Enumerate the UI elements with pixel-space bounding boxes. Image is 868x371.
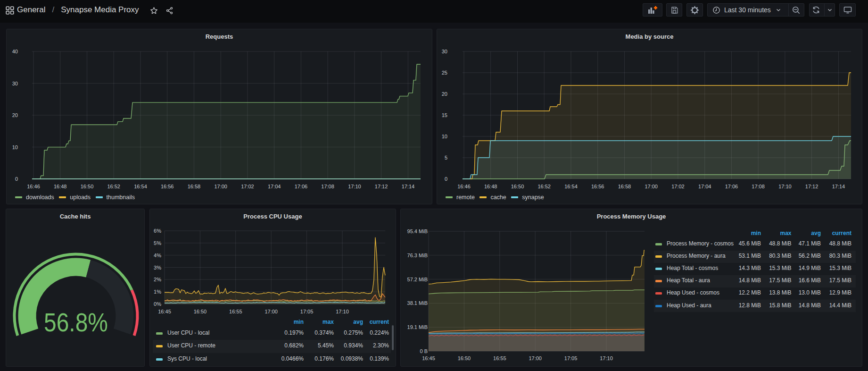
- svg-text:16:45: 16:45: [158, 309, 171, 314]
- svg-text:38.1 MiB: 38.1 MiB: [407, 300, 428, 306]
- svg-text:17:00: 17:00: [529, 355, 542, 361]
- svg-text:16:50: 16:50: [81, 184, 94, 189]
- svg-text:25: 25: [442, 70, 447, 76]
- svg-text:1%: 1%: [154, 289, 161, 295]
- svg-text:17:05: 17:05: [300, 309, 314, 314]
- svg-text:16:58: 16:58: [188, 184, 201, 189]
- svg-text:17:08: 17:08: [752, 184, 765, 189]
- svg-text:40: 40: [12, 49, 18, 54]
- svg-text:57.2 MiB: 57.2 MiB: [407, 277, 428, 282]
- svg-text:17:08: 17:08: [321, 184, 334, 189]
- svg-text:16:54: 16:54: [564, 184, 578, 189]
- svg-text:10: 10: [12, 144, 18, 150]
- svg-text:16:55: 16:55: [229, 309, 242, 314]
- svg-text:5: 5: [445, 155, 447, 160]
- svg-text:0%: 0%: [154, 301, 161, 307]
- svg-text:17:10: 17:10: [778, 184, 792, 189]
- svg-text:17:06: 17:06: [725, 184, 738, 189]
- svg-text:16:54: 16:54: [134, 184, 147, 189]
- svg-text:16:52: 16:52: [107, 184, 120, 189]
- svg-text:20: 20: [442, 91, 447, 97]
- svg-text:16:52: 16:52: [537, 184, 551, 189]
- svg-text:17:02: 17:02: [241, 184, 254, 189]
- svg-text:16:46: 16:46: [27, 184, 40, 189]
- svg-text:30: 30: [442, 49, 447, 54]
- svg-text:17:06: 17:06: [295, 184, 308, 189]
- svg-text:6%: 6%: [154, 228, 161, 234]
- svg-text:3%: 3%: [154, 265, 161, 270]
- svg-text:0: 0: [15, 176, 18, 182]
- svg-text:16:50: 16:50: [511, 184, 524, 189]
- svg-text:16:55: 16:55: [493, 355, 506, 361]
- svg-text:17:00: 17:00: [214, 184, 227, 189]
- svg-text:16:48: 16:48: [54, 184, 67, 189]
- svg-text:5%: 5%: [154, 240, 161, 246]
- svg-text:20: 20: [12, 112, 18, 118]
- svg-text:0 B: 0 B: [420, 348, 428, 354]
- svg-text:17:10: 17:10: [336, 309, 349, 314]
- svg-text:76.3 MiB: 76.3 MiB: [407, 253, 428, 258]
- svg-text:17:00: 17:00: [265, 309, 278, 314]
- svg-text:17:14: 17:14: [402, 184, 415, 189]
- svg-text:0: 0: [445, 176, 447, 182]
- svg-text:17:04: 17:04: [268, 184, 281, 189]
- svg-text:17:02: 17:02: [671, 184, 685, 189]
- svg-text:17:14: 17:14: [832, 184, 845, 189]
- svg-text:56.8%: 56.8%: [44, 308, 108, 337]
- svg-text:16:50: 16:50: [194, 309, 207, 314]
- svg-text:95.4 MiB: 95.4 MiB: [407, 228, 428, 234]
- svg-text:2%: 2%: [154, 277, 161, 282]
- svg-text:17:10: 17:10: [348, 184, 361, 189]
- svg-text:4%: 4%: [154, 253, 161, 258]
- svg-text:17:00: 17:00: [645, 184, 658, 189]
- svg-text:16:45: 16:45: [422, 355, 435, 361]
- svg-text:17:12: 17:12: [375, 184, 388, 189]
- svg-text:10: 10: [442, 134, 447, 139]
- svg-text:19.1 MiB: 19.1 MiB: [407, 324, 428, 330]
- svg-text:17:04: 17:04: [698, 184, 711, 189]
- svg-text:17:05: 17:05: [564, 355, 578, 361]
- svg-text:16:48: 16:48: [484, 184, 497, 189]
- svg-text:16:46: 16:46: [457, 184, 471, 189]
- svg-text:16:56: 16:56: [591, 184, 604, 189]
- svg-text:30: 30: [12, 81, 18, 86]
- svg-text:17:12: 17:12: [805, 184, 818, 189]
- svg-text:16:50: 16:50: [458, 355, 471, 361]
- svg-text:17:10: 17:10: [600, 355, 613, 361]
- svg-text:16:56: 16:56: [161, 184, 174, 189]
- svg-text:15: 15: [442, 112, 447, 118]
- svg-text:16:58: 16:58: [618, 184, 631, 189]
